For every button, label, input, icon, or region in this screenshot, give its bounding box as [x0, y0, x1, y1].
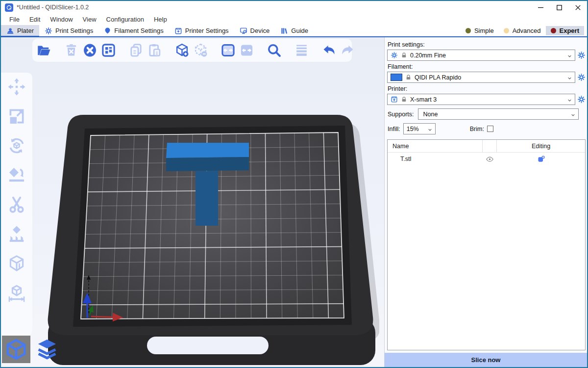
cut-button[interactable] [7, 195, 26, 214]
infill-label: Infill: [388, 126, 400, 132]
print-bed-scene [44, 112, 379, 366]
3d-editor-view-button[interactable] [2, 336, 30, 363]
supports-label: Supports: [388, 111, 414, 118]
object-list: Name Editing T.stl [387, 139, 586, 350]
menu-edit[interactable]: Edit [25, 15, 45, 24]
paint-supports-button[interactable] [7, 225, 26, 243]
search-button[interactable] [267, 43, 282, 58]
delete-all-button[interactable] [82, 43, 98, 58]
move-button[interactable] [7, 78, 26, 96]
supports-combobox[interactable]: None [418, 108, 579, 120]
measure-button[interactable] [7, 284, 26, 302]
brim-label: Brim: [470, 126, 484, 132]
printer-gear-button[interactable] [577, 95, 586, 104]
object-list-header: Name Editing [388, 140, 585, 153]
print-settings-combobox[interactable]: 0.20mm Fine [387, 50, 575, 61]
3d-viewport[interactable] [1, 37, 384, 367]
tab-label: Print Settings [55, 27, 93, 34]
paste-button[interactable] [147, 43, 162, 58]
undo-button[interactable] [321, 43, 337, 58]
tab-label: Plater [17, 27, 34, 34]
object-name: T.stl [388, 156, 482, 162]
print-settings-gear-button[interactable] [577, 51, 586, 59]
copy-button[interactable] [128, 43, 144, 58]
menu-bar: File Edit Window View Configuration Help [1, 14, 587, 25]
tab-print-settings[interactable]: Print Settings [39, 25, 98, 36]
minimize-button[interactable] [531, 1, 550, 13]
lock-icon [401, 96, 407, 103]
split-parts-button[interactable] [239, 43, 254, 58]
variable-layer-height-button[interactable] [294, 43, 309, 58]
slice-now-button[interactable]: Slice now [385, 353, 587, 367]
filament-label: Filament: [388, 63, 586, 70]
tab-printer-settings[interactable]: Printer Settings [169, 25, 234, 36]
close-button[interactable] [568, 1, 587, 13]
title-bar: *Untitled - QIDISlicer-1.0.2 [1, 1, 587, 14]
arrange-button[interactable] [101, 43, 116, 58]
mode-simple[interactable]: Simple [461, 26, 499, 35]
seam-painting-button[interactable] [7, 254, 26, 273]
redo-button[interactable] [340, 43, 355, 58]
chevron-down-icon [567, 76, 572, 81]
printer-combobox[interactable]: X-smart 3 [387, 94, 575, 105]
left-toolbar [1, 73, 32, 336]
printer-icon [391, 96, 398, 103]
filament-color-swatch [391, 74, 402, 81]
expert-dot-icon [551, 28, 556, 33]
infill-value: 15% [407, 126, 419, 132]
tab-label: Filament Settings [114, 27, 163, 34]
tab-plater[interactable]: Plater [1, 25, 39, 36]
split-objects-button[interactable] [220, 43, 236, 58]
menu-window[interactable]: Window [46, 15, 77, 24]
delete-button[interactable] [64, 43, 79, 58]
remove-instance-button[interactable] [193, 43, 208, 58]
column-name: Name [388, 143, 482, 150]
tab-device[interactable]: Device [234, 25, 275, 36]
maximize-button[interactable] [550, 1, 568, 13]
top-toolbar [32, 39, 352, 62]
filament-gear-button[interactable] [577, 73, 586, 81]
menu-configuration[interactable]: Configuration [102, 15, 148, 24]
tab-guide[interactable]: Guide [275, 25, 314, 36]
mode-advanced[interactable]: Advanced [499, 26, 546, 35]
mode-selector: Simple Advanced Expert [461, 25, 587, 36]
column-visibility [482, 140, 497, 152]
brim-checkbox[interactable] [487, 126, 493, 132]
chevron-down-icon [567, 98, 572, 103]
mode-expert[interactable]: Expert [546, 26, 584, 35]
open-button[interactable] [36, 43, 51, 58]
infill-combobox[interactable]: 15% [403, 123, 436, 134]
eye-icon[interactable] [486, 155, 494, 163]
print-settings-label: Print settings: [388, 41, 586, 48]
menu-file[interactable]: File [5, 15, 24, 24]
rotate-button[interactable] [7, 136, 26, 155]
chevron-down-icon [570, 112, 576, 118]
edit-object-icon[interactable] [537, 155, 545, 163]
object-list-row[interactable]: T.stl [388, 153, 585, 165]
tab-label: Printer Settings [185, 27, 229, 34]
supports-value: None [421, 111, 438, 118]
scale-button[interactable] [7, 107, 26, 126]
place-on-face-button[interactable] [7, 166, 26, 184]
bed-handle-slot [147, 337, 269, 354]
app-window: *Untitled - QIDISlicer-1.0.2 File Edit W… [0, 0, 588, 368]
view-toggles [2, 336, 61, 363]
lock-icon [401, 52, 407, 58]
gear-icon [391, 52, 398, 59]
advanced-dot-icon [504, 28, 509, 33]
preview-view-button[interactable] [33, 336, 61, 363]
tab-filament-settings[interactable]: Filament Settings [98, 25, 169, 36]
column-editing: Editing [497, 143, 585, 150]
tab-label: Guide [291, 27, 308, 34]
right-panel: Print settings: 0.20mm Fine Filament: [384, 37, 587, 367]
lock-icon [405, 74, 412, 80]
window-title: *Untitled - QIDISlicer-1.0.2 [17, 4, 531, 11]
tab-bar: Plater Print Settings Filament Settings … [1, 25, 587, 37]
chevron-down-icon [427, 127, 433, 132]
printer-label: Printer: [388, 85, 586, 92]
add-instance-button[interactable] [174, 43, 190, 58]
tab-label: Device [250, 27, 270, 34]
filament-combobox[interactable]: QIDI PLA Rapido [387, 72, 575, 83]
menu-view[interactable]: View [78, 15, 101, 24]
menu-help[interactable]: Help [149, 15, 172, 24]
